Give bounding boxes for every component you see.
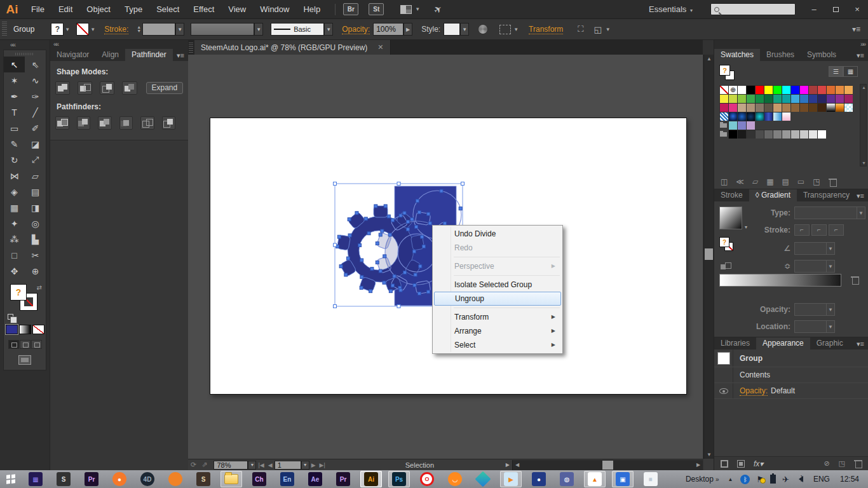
swatch[interactable] <box>826 94 835 103</box>
perspective-grid-tool[interactable]: ▤ <box>25 184 46 200</box>
swatch[interactable] <box>799 85 808 94</box>
pathfinder-crop-button[interactable] <box>119 116 133 130</box>
scroll-right-icon[interactable]: ▶ <box>694 462 703 468</box>
swatch[interactable] <box>799 130 808 139</box>
taskbar-after-effects[interactable]: Ae <box>304 471 326 487</box>
menu-view[interactable]: View <box>221 0 253 19</box>
eyedropper-tool[interactable]: ✦ <box>4 215 25 231</box>
opacity-field[interactable]: 100% <box>373 23 403 36</box>
opacity-arrow-icon[interactable]: ▶ <box>403 23 412 36</box>
artboard-number-field[interactable]: 1 <box>275 461 301 470</box>
taskbar-app-launcher[interactable]: ▦ <box>25 471 46 487</box>
volume-icon[interactable] <box>796 476 803 482</box>
reverse-gradient-icon[interactable] <box>721 262 732 271</box>
paintbrush-tool[interactable]: ✐ <box>25 120 46 136</box>
swatch[interactable] <box>817 94 826 103</box>
menu-help[interactable]: Help <box>296 0 327 19</box>
symbol-sprayer-tool[interactable]: ⁂ <box>4 231 25 247</box>
swatch[interactable] <box>808 94 817 103</box>
brush-definition-arrow-icon[interactable]: ▼ <box>324 23 333 36</box>
swatches-panel-menu-icon[interactable]: ▾≡ <box>857 51 864 60</box>
shape-mode-exclude-button[interactable] <box>122 81 137 95</box>
swatch[interactable] <box>746 130 755 139</box>
gradient-location-field[interactable]: ▼ <box>794 320 835 333</box>
artboard-tool[interactable]: □ <box>4 247 25 263</box>
swatch[interactable] <box>737 121 746 130</box>
stroke-along-icon[interactable]: ⌐ <box>811 224 827 236</box>
gradient-type-dropdown[interactable]: ▼ <box>794 207 865 219</box>
transform-panel-link[interactable]: Transform <box>529 25 563 34</box>
rotate-tool[interactable]: ↻ <box>4 152 25 168</box>
style-dropdown[interactable] <box>444 23 460 36</box>
swatch[interactable] <box>764 94 773 103</box>
eraser-tool[interactable]: ◪ <box>25 136 46 152</box>
selection-tool[interactable]: ↖ <box>4 57 25 72</box>
arrange-documents-icon[interactable] <box>400 5 412 14</box>
gradient-slider[interactable] <box>719 274 841 287</box>
tab-transparency[interactable]: Transparency <box>797 189 856 201</box>
taskbar-photos[interactable]: ▣ <box>612 471 634 487</box>
draw-behind-button[interactable] <box>20 340 31 349</box>
swatch-libraries-menu-icon[interactable]: ◫ <box>721 177 728 186</box>
menu-effect[interactable]: Effect <box>186 0 221 19</box>
appearance-row-contents[interactable]: Contents <box>714 367 868 383</box>
brush-definition-dropdown[interactable]: Basic <box>271 23 324 36</box>
swatch[interactable] <box>728 94 737 103</box>
taskbar-fl-studio[interactable] <box>165 471 186 487</box>
tab-libraries[interactable]: Libraries <box>714 337 756 349</box>
swatch[interactable] <box>799 94 808 103</box>
isolate-selected-object-icon[interactable]: ⛶ <box>578 24 583 34</box>
swatch[interactable] <box>790 85 799 94</box>
taskbar-notepad[interactable]: ≡ <box>640 471 661 487</box>
menu-select[interactable]: Select <box>149 0 186 19</box>
swatch[interactable] <box>782 103 790 112</box>
swatch[interactable] <box>737 112 746 121</box>
tab-appearance[interactable]: Appearance <box>756 337 810 349</box>
select-similar-objects-button[interactable] <box>499 25 511 34</box>
context-menu-item-isolate-selected-group[interactable]: Isolate Selected Group <box>434 278 561 292</box>
gradient-thumbnail[interactable] <box>719 207 742 229</box>
shape-options-icon[interactable]: ◱ <box>593 25 601 34</box>
pencil-tool[interactable]: ✎ <box>4 136 25 152</box>
shape-builder-tool[interactable]: ◈ <box>4 184 25 200</box>
magic-wand-tool[interactable]: ✶ <box>4 72 25 88</box>
swatch[interactable] <box>808 103 817 112</box>
draw-normal-button[interactable] <box>8 340 19 349</box>
taskbar-encore[interactable]: En <box>276 471 298 487</box>
search-input[interactable] <box>710 3 796 15</box>
swatch[interactable] <box>782 94 790 103</box>
swatch[interactable] <box>746 94 755 103</box>
taskbar-pinned-app[interactable]: ● <box>528 471 550 487</box>
shape-mode-minus-front-button[interactable] <box>78 81 92 95</box>
change-screen-mode-button[interactable] <box>18 355 31 365</box>
taskbar-character-animator[interactable]: Ch <box>248 471 270 487</box>
pathfinder-trim-button[interactable] <box>77 116 91 130</box>
width-tool[interactable]: ⋈ <box>4 168 25 184</box>
swatch[interactable] <box>737 130 746 139</box>
color-button[interactable] <box>6 325 18 334</box>
swatch[interactable] <box>746 85 755 94</box>
swatch[interactable] <box>737 94 746 103</box>
pen-tool[interactable]: ✒ <box>4 88 25 104</box>
bluetooth-icon[interactable]: ᛒ <box>740 475 750 484</box>
column-graph-tool[interactable]: ▙ <box>25 231 46 247</box>
menubar-button-br[interactable]: Br <box>343 3 358 15</box>
swatch[interactable] <box>737 85 746 94</box>
swatch[interactable] <box>737 103 746 112</box>
swatch[interactable] <box>790 130 799 139</box>
swatch[interactable] <box>808 85 817 94</box>
last-artboard-icon[interactable]: ▶| <box>320 462 325 468</box>
show-hidden-icons-icon[interactable]: ▲ <box>728 477 733 482</box>
first-artboard-icon[interactable]: |◀ <box>258 462 264 468</box>
pathfinder-minus-back-button[interactable] <box>162 116 176 130</box>
color-group-folder-icon[interactable] <box>719 130 728 139</box>
swatch[interactable] <box>746 103 755 112</box>
visibility-eye-icon[interactable] <box>719 388 728 394</box>
swatch[interactable] <box>755 130 764 139</box>
swatch[interactable] <box>844 94 853 103</box>
taskbar-discord[interactable]: ◍ <box>556 471 578 487</box>
tab-navigator[interactable]: Navigator <box>50 49 95 61</box>
menu-edit[interactable]: Edit <box>51 0 79 19</box>
pathfinder-merge-button[interactable] <box>98 116 112 130</box>
language-indicator[interactable]: ENG <box>813 475 830 484</box>
